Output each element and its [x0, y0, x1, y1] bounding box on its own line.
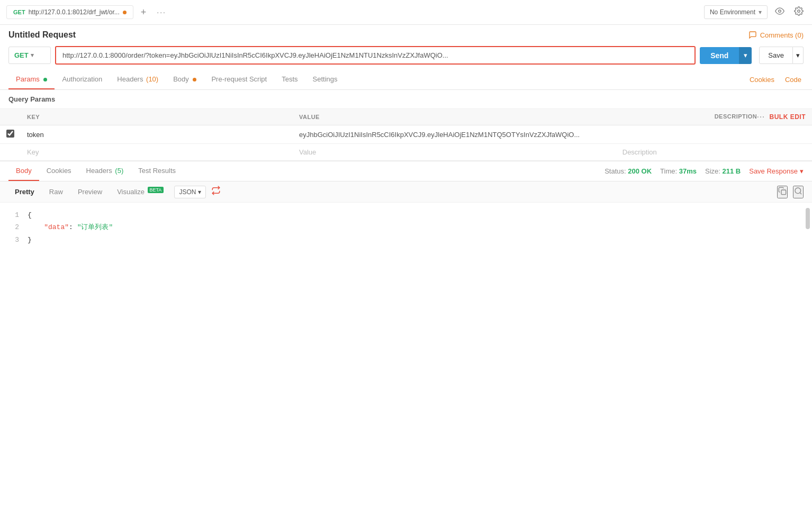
code-line-2: 2 "data": "订单列表": [8, 221, 804, 233]
response-tab-body[interactable]: Body: [8, 161, 39, 181]
send-button[interactable]: Send: [700, 47, 739, 64]
url-input[interactable]: [55, 46, 696, 65]
line-content-3: }: [28, 234, 804, 246]
table-row-placeholder: Key Value Description: [0, 144, 812, 161]
check-header: [0, 109, 21, 125]
request-header: Untitled Request Comments (0): [0, 25, 812, 43]
row-key-cell[interactable]: token: [21, 125, 293, 144]
table-row: token eyJhbGciOiJIUzI1NiIsInR5cCI6IkpXVC…: [0, 125, 812, 144]
tab-settings[interactable]: Settings: [305, 70, 345, 89]
request-tab-nav: Params Authorization Headers (10) Body P…: [8, 70, 345, 89]
gear-icon-button[interactable]: [792, 4, 806, 20]
response-section: Body Cookies Headers (5) Test Results St…: [0, 161, 812, 252]
response-tab-test-results[interactable]: Test Results: [131, 161, 183, 181]
env-area: No Environment ▾: [704, 4, 806, 20]
format-select[interactable]: JSON ▾: [174, 186, 206, 198]
response-tab-cookies[interactable]: Cookies: [39, 161, 79, 181]
placeholder-description[interactable]: Description: [616, 144, 812, 161]
code-view-tab-raw[interactable]: Raw: [43, 185, 69, 198]
tab-tests[interactable]: Tests: [274, 70, 305, 89]
save-dropdown-button[interactable]: ▾: [793, 47, 804, 64]
row-desc-cell[interactable]: [616, 125, 812, 144]
code-view-tab-preview[interactable]: Preview: [71, 185, 109, 198]
query-params-section-header: Query Params: [0, 90, 812, 109]
env-label: No Environment: [710, 8, 755, 16]
tab-method-badge: GET: [13, 9, 25, 15]
size-value: 211 B: [723, 167, 741, 175]
tab-right-links: Cookies Code: [747, 70, 804, 89]
bulk-edit-button[interactable]: Bulk Edit: [770, 113, 806, 121]
tab-params[interactable]: Params: [8, 70, 55, 89]
comments-button[interactable]: Comments (0): [748, 31, 804, 39]
tab-area: GET http://127.0.0.1:8012/drf_jwt/or... …: [6, 5, 169, 19]
params-table-header-row: KEY VALUE DESCRIPTION ··· Bulk Edit: [0, 109, 812, 125]
send-button-group: Send ▾: [700, 47, 752, 64]
status-label: Status: 200 OK: [605, 167, 652, 175]
three-dots-icon: ···: [757, 114, 765, 120]
tab-body[interactable]: Body: [166, 70, 204, 89]
svg-rect-2: [781, 190, 786, 195]
request-tab[interactable]: GET http://127.0.0.1:8012/drf_jwt/or...: [6, 5, 133, 19]
status-value: 200 OK: [628, 167, 652, 175]
svg-point-3: [795, 188, 801, 194]
tab-authorization[interactable]: Authorization: [55, 70, 110, 89]
tab-pre-request[interactable]: Pre-request Script: [204, 70, 274, 89]
method-chevron-icon: ▾: [31, 52, 34, 59]
code-line-3: 3 }: [8, 234, 804, 246]
send-dropdown-button[interactable]: ▾: [739, 47, 752, 64]
line-content-2: "data": "订单列表": [28, 221, 804, 233]
code-line-1: 1 {: [8, 209, 804, 221]
chevron-down-icon: ▾: [759, 8, 762, 16]
copy-icon-button[interactable]: [777, 186, 788, 198]
tab-dot-icon: [123, 11, 127, 14]
comments-label: Comments (0): [760, 31, 804, 39]
cookies-link[interactable]: Cookies: [747, 70, 777, 89]
row-checkbox-cell[interactable]: [0, 125, 21, 144]
environment-select[interactable]: No Environment ▾: [704, 5, 768, 19]
size-label: Size: 211 B: [705, 167, 741, 175]
response-headers-count: (5): [115, 167, 123, 175]
response-tab-nav: Body Cookies Headers (5) Test Results: [8, 161, 183, 181]
save-response-button[interactable]: Save Response ▾: [749, 167, 804, 175]
wrap-button[interactable]: [208, 185, 224, 199]
method-select[interactable]: GET ▾: [8, 47, 51, 64]
placeholder-checkbox-cell: [0, 144, 21, 161]
line-number-3: 3: [8, 234, 19, 246]
query-params-label: Query Params: [8, 95, 55, 103]
request-title: Untitled Request: [8, 30, 76, 40]
placeholder-key[interactable]: Key: [21, 144, 293, 161]
code-view-tab-pretty[interactable]: Pretty: [8, 185, 41, 198]
params-dot: [43, 78, 47, 81]
url-bar: GET ▾ Send ▾ Save ▾: [0, 43, 812, 70]
time-value: 37ms: [679, 167, 697, 175]
save-response-chevron-icon: ▾: [800, 167, 804, 175]
json-key: "data": [44, 223, 69, 231]
code-view-tab-visualize[interactable]: Visualize BETA: [111, 185, 170, 198]
format-chevron-icon: ▾: [198, 188, 201, 196]
top-bar: GET http://127.0.0.1:8012/drf_jwt/or... …: [0, 0, 812, 25]
tab-headers[interactable]: Headers (10): [110, 70, 166, 89]
placeholder-value[interactable]: Value: [293, 144, 616, 161]
search-icon-button[interactable]: [793, 186, 804, 198]
svg-line-4: [800, 193, 801, 194]
code-link[interactable]: Code: [783, 70, 804, 89]
scroll-handle[interactable]: [806, 208, 810, 229]
row-value-cell[interactable]: eyJhbGciOiJIUzI1NiIsInR5cCI6IkpXVCJ9.eyJ…: [293, 125, 616, 144]
desc-header: DESCRIPTION ··· Bulk Edit: [616, 109, 812, 125]
headers-count: (10): [146, 75, 158, 83]
save-button[interactable]: Save: [759, 47, 793, 64]
time-label: Time: 37ms: [660, 167, 697, 175]
request-tabs-bar: Params Authorization Headers (10) Body P…: [0, 70, 812, 90]
response-tab-headers[interactable]: Headers (5): [79, 161, 131, 181]
more-tabs-button[interactable]: ···: [154, 7, 169, 17]
line-number-2: 2: [8, 221, 19, 233]
add-tab-button[interactable]: +: [138, 6, 150, 19]
key-header: KEY: [21, 109, 293, 125]
response-status-area: Status: 200 OK Time: 37ms Size: 211 B Sa…: [605, 167, 804, 175]
eye-icon-button[interactable]: [773, 4, 787, 20]
code-view-bar: Pretty Raw Preview Visualize BETA JSON ▾: [0, 181, 812, 203]
response-tabs-bar: Body Cookies Headers (5) Test Results St…: [0, 161, 812, 181]
format-label: JSON: [179, 188, 196, 196]
svg-point-0: [779, 10, 781, 13]
row-checkbox[interactable]: [6, 130, 14, 138]
